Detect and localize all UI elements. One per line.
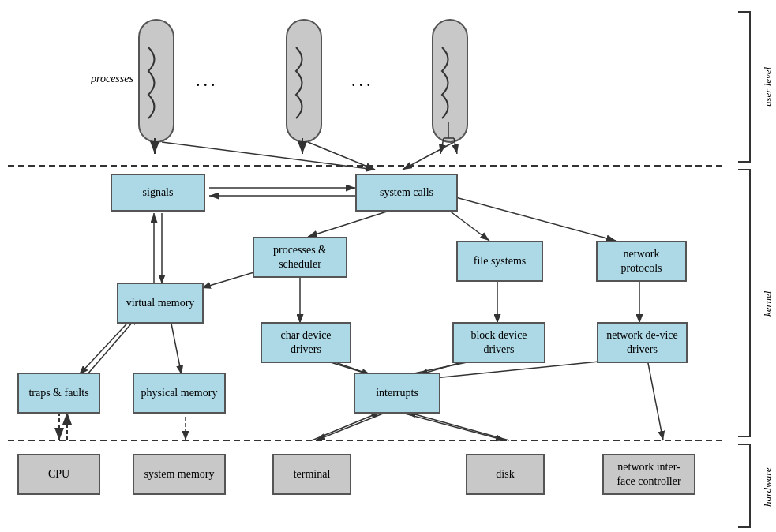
char-device-drivers-box: char device drivers bbox=[261, 322, 351, 363]
block-device-drivers-box: block device drivers bbox=[452, 322, 545, 363]
svg-line-19 bbox=[170, 316, 182, 375]
svg-line-9 bbox=[308, 212, 387, 237]
terminal-box: terminal bbox=[272, 454, 351, 495]
dots-2: ··· bbox=[351, 75, 374, 96]
physical-memory-box: physical memory bbox=[133, 373, 226, 414]
svg-line-30 bbox=[316, 412, 387, 440]
traps-faults-box: traps & faults bbox=[17, 373, 100, 414]
svg-line-34 bbox=[407, 412, 509, 440]
diagram-container: user level kernel hardware processes ···… bbox=[0, 0, 776, 532]
cpu-box: CPU bbox=[17, 454, 100, 495]
network-interface-box: network inter-face controller bbox=[602, 454, 695, 495]
kernel-level-label: kernel bbox=[762, 174, 774, 434]
dots-1: ··· bbox=[196, 75, 219, 96]
hardware-level-label: hardware bbox=[762, 444, 774, 530]
disk-box: disk bbox=[466, 454, 545, 495]
process-icon-1 bbox=[133, 16, 180, 154]
svg-line-31 bbox=[399, 412, 505, 440]
svg-line-11 bbox=[450, 196, 616, 241]
svg-rect-35 bbox=[139, 20, 174, 142]
virtual-memory-box: virtual memory bbox=[117, 283, 204, 324]
process-icon-2 bbox=[280, 16, 328, 154]
signals-box: signals bbox=[111, 174, 205, 212]
network-protocols-box: network protocols bbox=[596, 241, 687, 282]
system-memory-box: system memory bbox=[133, 454, 226, 495]
svg-line-20 bbox=[87, 316, 138, 375]
network-device-drivers-box: network de-vice drivers bbox=[597, 322, 688, 363]
svg-rect-39 bbox=[433, 20, 467, 142]
svg-line-33 bbox=[312, 412, 381, 440]
svg-rect-37 bbox=[287, 20, 321, 142]
svg-line-32 bbox=[647, 359, 663, 440]
user-level-label: user level bbox=[762, 12, 774, 162]
svg-line-4 bbox=[162, 142, 375, 170]
svg-line-18 bbox=[79, 316, 134, 375]
processes-scheduler-box: processes & scheduler bbox=[253, 237, 347, 278]
process-icon-3 bbox=[426, 16, 474, 154]
system-calls-box: system calls bbox=[355, 174, 458, 212]
file-systems-box: file systems bbox=[456, 241, 543, 282]
processes-label: processes bbox=[91, 73, 133, 85]
interrupts-box: interrupts bbox=[354, 373, 440, 414]
